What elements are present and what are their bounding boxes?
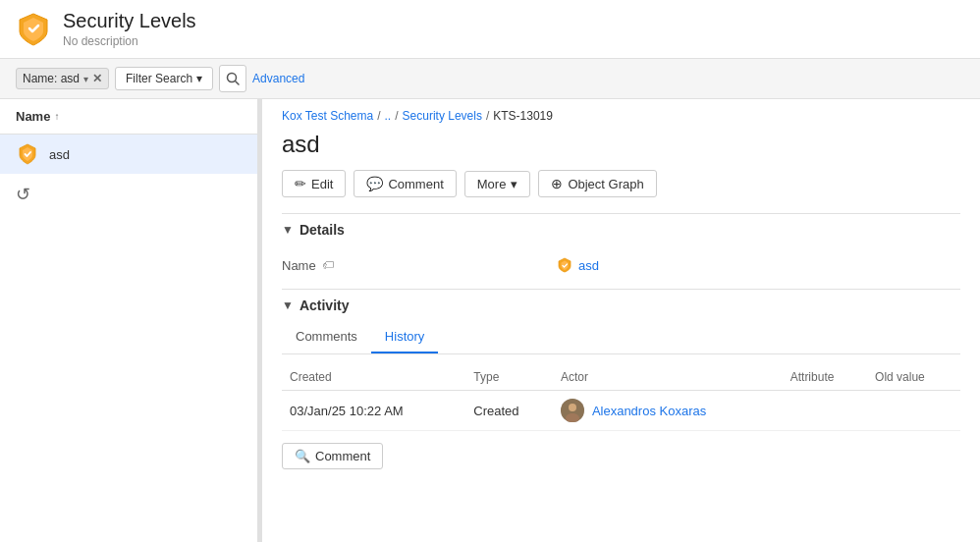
refresh-icon: ↺: [16, 184, 30, 205]
col-actor: Actor: [553, 364, 783, 391]
svg-point-3: [569, 404, 576, 411]
main-layout: Name ↑ asd ↺ Kox Test Schema / .. /: [0, 99, 980, 542]
detail-name-row: Name 🏷 asd: [282, 253, 960, 277]
activity-toggle-icon: ▼: [282, 298, 294, 312]
actor-name[interactable]: Alexandros Koxaras: [592, 404, 706, 418]
sort-arrow-icon: ↑: [54, 111, 59, 122]
actor-avatar: [561, 399, 584, 422]
tab-history[interactable]: History: [371, 321, 438, 353]
breadcrumb: Kox Test Schema / .. / Security Levels /…: [262, 99, 980, 127]
sidebar-name-label: Name: [16, 109, 50, 124]
sidebar: Name ↑ asd ↺: [0, 99, 258, 542]
search-icon: [226, 72, 240, 85]
item-shield-icon: [16, 142, 39, 166]
more-label: More: [477, 177, 507, 191]
row-created: 03/Jan/25 10:22 AM: [282, 391, 465, 431]
detail-name-text: asd: [578, 258, 599, 273]
more-button[interactable]: More ▾: [464, 171, 531, 197]
activity-section-label: Activity: [299, 298, 350, 313]
edit-label: Edit: [311, 177, 333, 191]
filter-tag-remove-icon[interactable]: ✕: [92, 72, 102, 85]
sidebar-item-name: asd: [49, 147, 70, 162]
col-attribute: Attribute: [783, 364, 867, 391]
history-table-body: 03/Jan/25 10:22 AM Created: [282, 391, 960, 431]
activity-section-header[interactable]: ▼ Activity: [282, 289, 960, 321]
filter-search-arrow-icon: ▾: [196, 72, 202, 85]
row-old-value: [867, 391, 960, 431]
page-title: Security Levels: [63, 10, 196, 32]
content-title: asd: [262, 127, 980, 170]
bottom-comment-button[interactable]: 🔍 Comment: [282, 443, 383, 469]
details-section-label: Details: [299, 222, 345, 238]
breadcrumb-ellipsis[interactable]: ..: [385, 109, 392, 123]
detail-name-value[interactable]: asd: [557, 257, 599, 273]
row-attribute: [783, 391, 867, 431]
page-subtitle: No description: [63, 34, 196, 48]
table-row: 03/Jan/25 10:22 AM Created: [282, 391, 960, 431]
details-section: ▼ Details Name 🏷 asd: [262, 213, 980, 289]
filter-search-label: Filter Search: [126, 72, 192, 85]
col-created: Created: [282, 364, 465, 391]
tab-comments[interactable]: Comments: [282, 321, 371, 353]
object-graph-button[interactable]: ⊕ Object Graph: [538, 170, 656, 197]
detail-shield-icon: [557, 257, 572, 273]
comment-label: Comment: [388, 177, 443, 191]
details-toggle-icon: ▼: [282, 223, 294, 237]
history-table: Created Type Actor Attribute Old value 0…: [282, 364, 960, 431]
object-graph-icon: ⊕: [551, 176, 563, 191]
header-shield-icon: [16, 12, 51, 47]
detail-name-label: Name 🏷: [282, 258, 557, 273]
sidebar-item-asd[interactable]: asd: [0, 135, 257, 174]
filter-tag[interactable]: Name: asd ▾ ✕: [16, 68, 109, 89]
content-panel: Kox Test Schema / .. / Security Levels /…: [262, 99, 980, 542]
activity-section: ▼ Activity Comments History Created Type: [262, 289, 980, 469]
tag-icon: 🏷: [322, 258, 334, 272]
refresh-button[interactable]: ↺: [0, 174, 257, 215]
edit-button[interactable]: ✏ Edit: [282, 170, 346, 197]
header-title-group: Security Levels No description: [63, 10, 196, 48]
comment-button[interactable]: 💬 Comment: [354, 170, 456, 197]
row-type: Created: [465, 391, 553, 431]
comment-icon: 💬: [366, 176, 383, 191]
filter-tag-arrow-icon[interactable]: ▾: [83, 74, 88, 84]
actor-cell: Alexandros Koxaras: [561, 399, 775, 422]
object-graph-label: Object Graph: [568, 177, 643, 191]
history-table-header: Created Type Actor Attribute Old value: [282, 364, 960, 391]
bottom-comment-area: 🔍 Comment: [282, 431, 960, 469]
bottom-comment-label: Comment: [315, 449, 370, 463]
activity-tabs: Comments History: [282, 321, 960, 354]
action-bar: ✏ Edit 💬 Comment More ▾ ⊕ Object Graph: [262, 170, 980, 213]
edit-icon: ✏: [295, 176, 306, 191]
col-old-value: Old value: [867, 364, 960, 391]
sidebar-column-header: Name ↑: [0, 99, 257, 135]
row-actor: Alexandros Koxaras: [553, 391, 783, 431]
breadcrumb-current: KTS-13019: [493, 109, 553, 123]
col-type: Type: [465, 364, 553, 391]
details-section-body: Name 🏷 asd: [282, 245, 960, 289]
filter-tag-text: Name: asd: [23, 72, 80, 85]
advanced-link[interactable]: Advanced: [252, 72, 304, 85]
more-arrow-icon: ▾: [511, 177, 517, 191]
filter-search-button[interactable]: Filter Search ▾: [115, 67, 213, 90]
page-header: Security Levels No description: [0, 0, 980, 59]
breadcrumb-schema[interactable]: Kox Test Schema: [282, 109, 373, 123]
breadcrumb-security-levels[interactable]: Security Levels: [403, 109, 482, 123]
toolbar: Name: asd ▾ ✕ Filter Search ▾ Advanced: [0, 59, 980, 99]
svg-line-1: [236, 81, 240, 85]
bottom-comment-search-icon: 🔍: [295, 449, 310, 463]
details-section-header[interactable]: ▼ Details: [282, 213, 960, 245]
search-button[interactable]: [219, 65, 246, 92]
